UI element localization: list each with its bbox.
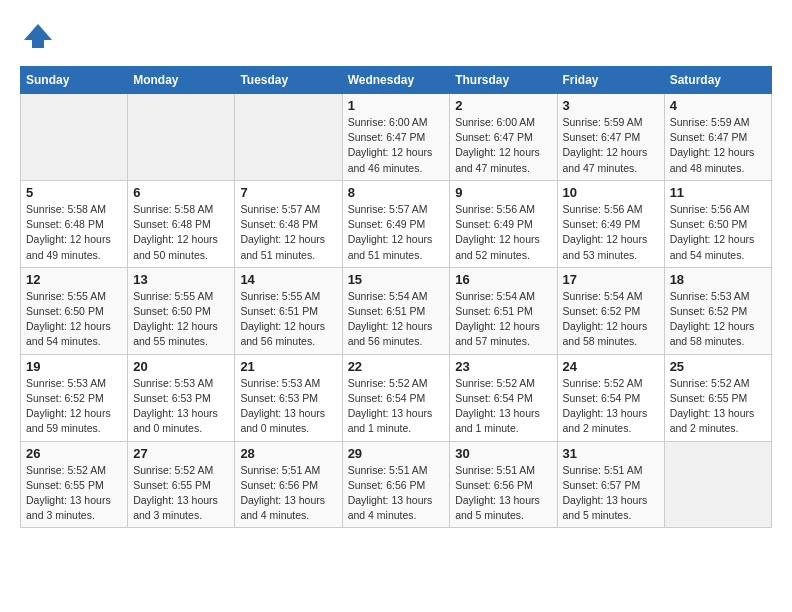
day-cell: 30Sunrise: 5:51 AMSunset: 6:56 PMDayligh… [450,441,557,528]
day-number: 5 [26,185,122,200]
day-number: 23 [455,359,551,374]
day-info: Sunrise: 5:53 AMSunset: 6:52 PMDaylight:… [26,376,122,437]
day-info: Sunrise: 5:51 AMSunset: 6:57 PMDaylight:… [563,463,659,524]
page-header [20,20,772,56]
day-info: Sunrise: 5:52 AMSunset: 6:55 PMDaylight:… [670,376,766,437]
day-info: Sunrise: 5:59 AMSunset: 6:47 PMDaylight:… [670,115,766,176]
day-cell: 6Sunrise: 5:58 AMSunset: 6:48 PMDaylight… [128,180,235,267]
day-cell: 12Sunrise: 5:55 AMSunset: 6:50 PMDayligh… [21,267,128,354]
col-header-tuesday: Tuesday [235,67,342,94]
week-row-4: 19Sunrise: 5:53 AMSunset: 6:52 PMDayligh… [21,354,772,441]
svg-rect-2 [32,40,44,48]
day-number: 6 [133,185,229,200]
day-cell: 7Sunrise: 5:57 AMSunset: 6:48 PMDaylight… [235,180,342,267]
day-info: Sunrise: 5:52 AMSunset: 6:54 PMDaylight:… [563,376,659,437]
day-cell: 26Sunrise: 5:52 AMSunset: 6:55 PMDayligh… [21,441,128,528]
day-number: 30 [455,446,551,461]
day-info: Sunrise: 5:53 AMSunset: 6:53 PMDaylight:… [133,376,229,437]
day-number: 21 [240,359,336,374]
day-info: Sunrise: 5:56 AMSunset: 6:49 PMDaylight:… [455,202,551,263]
week-row-3: 12Sunrise: 5:55 AMSunset: 6:50 PMDayligh… [21,267,772,354]
day-cell: 28Sunrise: 5:51 AMSunset: 6:56 PMDayligh… [235,441,342,528]
day-number: 24 [563,359,659,374]
day-number: 8 [348,185,445,200]
day-info: Sunrise: 5:59 AMSunset: 6:47 PMDaylight:… [563,115,659,176]
day-cell [128,94,235,181]
day-info: Sunrise: 5:58 AMSunset: 6:48 PMDaylight:… [26,202,122,263]
col-header-saturday: Saturday [664,67,771,94]
day-cell: 10Sunrise: 5:56 AMSunset: 6:49 PMDayligh… [557,180,664,267]
day-info: Sunrise: 5:51 AMSunset: 6:56 PMDaylight:… [240,463,336,524]
day-number: 25 [670,359,766,374]
day-info: Sunrise: 5:52 AMSunset: 6:55 PMDaylight:… [26,463,122,524]
day-cell [664,441,771,528]
col-header-friday: Friday [557,67,664,94]
day-number: 3 [563,98,659,113]
logo [20,20,60,56]
logo-icon [20,20,56,56]
day-cell: 21Sunrise: 5:53 AMSunset: 6:53 PMDayligh… [235,354,342,441]
day-cell: 25Sunrise: 5:52 AMSunset: 6:55 PMDayligh… [664,354,771,441]
day-cell: 17Sunrise: 5:54 AMSunset: 6:52 PMDayligh… [557,267,664,354]
col-header-thursday: Thursday [450,67,557,94]
day-cell: 11Sunrise: 5:56 AMSunset: 6:50 PMDayligh… [664,180,771,267]
day-number: 10 [563,185,659,200]
day-number: 28 [240,446,336,461]
calendar-header-row: SundayMondayTuesdayWednesdayThursdayFrid… [21,67,772,94]
day-number: 31 [563,446,659,461]
day-cell: 13Sunrise: 5:55 AMSunset: 6:50 PMDayligh… [128,267,235,354]
day-info: Sunrise: 5:52 AMSunset: 6:55 PMDaylight:… [133,463,229,524]
day-cell [21,94,128,181]
day-info: Sunrise: 5:53 AMSunset: 6:52 PMDaylight:… [670,289,766,350]
day-number: 12 [26,272,122,287]
day-number: 22 [348,359,445,374]
day-cell [235,94,342,181]
day-number: 4 [670,98,766,113]
day-number: 29 [348,446,445,461]
day-number: 7 [240,185,336,200]
day-info: Sunrise: 5:57 AMSunset: 6:49 PMDaylight:… [348,202,445,263]
day-number: 1 [348,98,445,113]
day-info: Sunrise: 5:54 AMSunset: 6:51 PMDaylight:… [455,289,551,350]
day-number: 13 [133,272,229,287]
day-number: 11 [670,185,766,200]
day-number: 18 [670,272,766,287]
day-number: 17 [563,272,659,287]
col-header-wednesday: Wednesday [342,67,450,94]
day-info: Sunrise: 5:55 AMSunset: 6:50 PMDaylight:… [26,289,122,350]
col-header-sunday: Sunday [21,67,128,94]
day-cell: 3Sunrise: 5:59 AMSunset: 6:47 PMDaylight… [557,94,664,181]
day-cell: 15Sunrise: 5:54 AMSunset: 6:51 PMDayligh… [342,267,450,354]
day-cell: 29Sunrise: 5:51 AMSunset: 6:56 PMDayligh… [342,441,450,528]
day-cell: 2Sunrise: 6:00 AMSunset: 6:47 PMDaylight… [450,94,557,181]
col-header-monday: Monday [128,67,235,94]
day-info: Sunrise: 5:52 AMSunset: 6:54 PMDaylight:… [348,376,445,437]
day-cell: 18Sunrise: 5:53 AMSunset: 6:52 PMDayligh… [664,267,771,354]
day-number: 14 [240,272,336,287]
week-row-2: 5Sunrise: 5:58 AMSunset: 6:48 PMDaylight… [21,180,772,267]
day-info: Sunrise: 5:58 AMSunset: 6:48 PMDaylight:… [133,202,229,263]
day-info: Sunrise: 5:55 AMSunset: 6:50 PMDaylight:… [133,289,229,350]
day-number: 19 [26,359,122,374]
week-row-1: 1Sunrise: 6:00 AMSunset: 6:47 PMDaylight… [21,94,772,181]
day-info: Sunrise: 5:51 AMSunset: 6:56 PMDaylight:… [455,463,551,524]
day-cell: 20Sunrise: 5:53 AMSunset: 6:53 PMDayligh… [128,354,235,441]
day-number: 16 [455,272,551,287]
day-info: Sunrise: 5:56 AMSunset: 6:50 PMDaylight:… [670,202,766,263]
day-number: 27 [133,446,229,461]
day-cell: 4Sunrise: 5:59 AMSunset: 6:47 PMDaylight… [664,94,771,181]
day-info: Sunrise: 5:54 AMSunset: 6:51 PMDaylight:… [348,289,445,350]
day-number: 15 [348,272,445,287]
day-cell: 24Sunrise: 5:52 AMSunset: 6:54 PMDayligh… [557,354,664,441]
day-number: 9 [455,185,551,200]
day-cell: 23Sunrise: 5:52 AMSunset: 6:54 PMDayligh… [450,354,557,441]
day-cell: 27Sunrise: 5:52 AMSunset: 6:55 PMDayligh… [128,441,235,528]
day-cell: 14Sunrise: 5:55 AMSunset: 6:51 PMDayligh… [235,267,342,354]
day-info: Sunrise: 6:00 AMSunset: 6:47 PMDaylight:… [348,115,445,176]
day-info: Sunrise: 5:51 AMSunset: 6:56 PMDaylight:… [348,463,445,524]
day-info: Sunrise: 5:55 AMSunset: 6:51 PMDaylight:… [240,289,336,350]
day-cell: 8Sunrise: 5:57 AMSunset: 6:49 PMDaylight… [342,180,450,267]
week-row-5: 26Sunrise: 5:52 AMSunset: 6:55 PMDayligh… [21,441,772,528]
day-cell: 9Sunrise: 5:56 AMSunset: 6:49 PMDaylight… [450,180,557,267]
day-info: Sunrise: 5:52 AMSunset: 6:54 PMDaylight:… [455,376,551,437]
